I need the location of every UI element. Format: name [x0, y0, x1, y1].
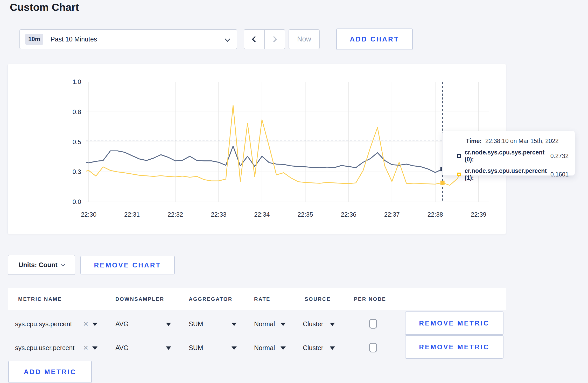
source-value[interactable]: Cluster [303, 336, 323, 360]
rate-value[interactable]: Normal [254, 312, 275, 336]
metric-name-dropdown-caret-icon[interactable] [92, 323, 97, 326]
series-color-swatch-icon [457, 154, 461, 158]
x-axis-tick-label: 22:33 [211, 211, 226, 218]
downsampler-dropdown-caret-icon[interactable] [166, 346, 171, 350]
rate-dropdown-caret-icon[interactable] [281, 346, 286, 350]
chart-tooltip: Time: 22:38:10 on Mar 15th, 2022 cr.node… [442, 131, 575, 176]
source-value[interactable]: Cluster [303, 312, 323, 336]
tooltip-time-label: Time: [466, 138, 482, 145]
x-axis-tick-label: 22:34 [254, 211, 270, 218]
chart-series [81, 105, 486, 185]
remove-chart-button[interactable]: REMOVE CHART [80, 256, 175, 274]
remove-metric-button[interactable]: REMOVE METRIC [405, 335, 503, 359]
chevron-down-icon [225, 36, 230, 42]
units-select[interactable]: Units: Count [8, 255, 75, 275]
x-axis-tick-label: 22:38 [428, 211, 443, 218]
downsampler-value[interactable]: AVG [115, 312, 129, 336]
page-title: Custom Chart [10, 2, 79, 13]
y-axis-tick-label: 0.5 [73, 138, 81, 145]
per-node-checkbox[interactable] [369, 319, 377, 329]
aggregator-dropdown-caret-icon[interactable] [232, 323, 237, 326]
toolbar-divider [8, 29, 8, 49]
tooltip-series-row: cr.node.sys.cpu.user.percent (1):0.1601 [457, 167, 569, 181]
y-axis-tick-label: 0.8 [73, 108, 81, 115]
remove-metric-x-icon[interactable]: ✕ [83, 312, 89, 336]
tooltip-series-value: 0.1601 [550, 171, 569, 178]
downsampler-value[interactable]: AVG [115, 336, 129, 360]
tooltip-time-row: Time: 22:38:10 on Mar 15th, 2022 [466, 138, 569, 145]
metrics-table-rows: sys.cpu.sys.percent✕AVGSUMNormalClusterR… [8, 312, 506, 360]
x-axis-tick-label: 22:30 [81, 211, 96, 218]
time-window-label: Past 10 Minutes [51, 36, 97, 43]
prev-interval-button[interactable] [244, 30, 265, 49]
metric-name-dropdown-caret-icon[interactable] [92, 346, 97, 350]
column-header-aggregator: AGGREGATOR [189, 288, 233, 310]
column-header-per-node: PER NODE [354, 288, 386, 310]
add-metric-button[interactable]: ADD METRIC [8, 361, 92, 383]
metric-row: sys.cpu.sys.percent✕AVGSUMNormalClusterR… [8, 312, 506, 336]
tooltip-time-value: 22:38:10 on Mar 15th, 2022 [485, 138, 559, 145]
x-axis-tick-label: 22:35 [297, 211, 313, 218]
x-axis-tick-label: 22:37 [384, 211, 400, 218]
chevron-left-icon [252, 36, 258, 42]
time-nav-group [244, 29, 285, 49]
y-axis-tick-label: 0.0 [73, 198, 81, 205]
units-label: Units: Count [19, 261, 58, 269]
column-header-rate: RATE [254, 288, 270, 310]
metric-row: sys.cpu.user.percent✕AVGSUMNormalCluster… [8, 336, 506, 360]
remove-metric-x-icon[interactable]: ✕ [83, 336, 89, 360]
series-color-swatch-icon [457, 173, 461, 176]
remove-metric-button[interactable]: REMOVE METRIC [405, 311, 503, 335]
column-header-metric-name: METRIC NAME [18, 288, 62, 310]
tooltip-series-row: cr.node.sys.cpu.sys.percent (0):0.2732 [457, 149, 569, 163]
series-line-1 [81, 105, 486, 185]
time-window-select[interactable]: 10m Past 10 Minutes [19, 29, 237, 49]
x-axis-tick-label: 22:39 [471, 211, 486, 218]
metrics-table-header: METRIC NAMEDOWNSAMPLERAGGREGATORRATESOUR… [8, 288, 506, 310]
metric-name: sys.cpu.user.percent [15, 336, 74, 360]
crosshair-marker-1 [440, 181, 445, 185]
tooltip-series-value: 0.2732 [550, 153, 569, 160]
aggregator-dropdown-caret-icon[interactable] [232, 346, 237, 350]
next-interval-button[interactable] [265, 30, 285, 49]
x-axis-tick-label: 22:36 [341, 211, 356, 218]
x-axis-tick-label: 22:31 [124, 211, 140, 218]
line-chart[interactable]: 0.00.30.50.81.022:3022:3122:3222:3322:34… [8, 64, 507, 234]
y-axis-tick-label: 1.0 [73, 78, 81, 85]
tooltip-series-name: cr.node.sys.cpu.user.percent (1): [465, 167, 547, 181]
now-button[interactable]: Now [289, 29, 320, 49]
downsampler-dropdown-caret-icon[interactable] [166, 323, 171, 326]
column-header-source: SOURCE [305, 288, 331, 310]
column-header-downsampler: DOWNSAMPLER [115, 288, 164, 310]
chevron-right-icon [271, 36, 277, 42]
rate-value[interactable]: Normal [254, 336, 275, 360]
chart-card: 0.00.30.50.81.022:3022:3122:3222:3322:34… [8, 64, 506, 234]
time-window-badge: 10m [25, 34, 43, 45]
per-node-checkbox[interactable] [369, 343, 377, 352]
aggregator-value[interactable]: SUM [189, 336, 203, 360]
y-axis-tick-label: 0.3 [73, 168, 81, 175]
tooltip-series-name: cr.node.sys.cpu.sys.percent (0): [465, 149, 547, 163]
aggregator-value[interactable]: SUM [189, 312, 203, 336]
metric-name: sys.cpu.sys.percent [15, 312, 72, 336]
x-axis-tick-label: 22:32 [167, 211, 183, 218]
source-dropdown-caret-icon[interactable] [330, 346, 335, 350]
rate-dropdown-caret-icon[interactable] [281, 323, 286, 326]
source-dropdown-caret-icon[interactable] [330, 323, 335, 326]
chevron-down-icon [61, 262, 65, 266]
add-chart-button[interactable]: ADD CHART [336, 29, 413, 50]
series-line-0 [81, 146, 486, 173]
